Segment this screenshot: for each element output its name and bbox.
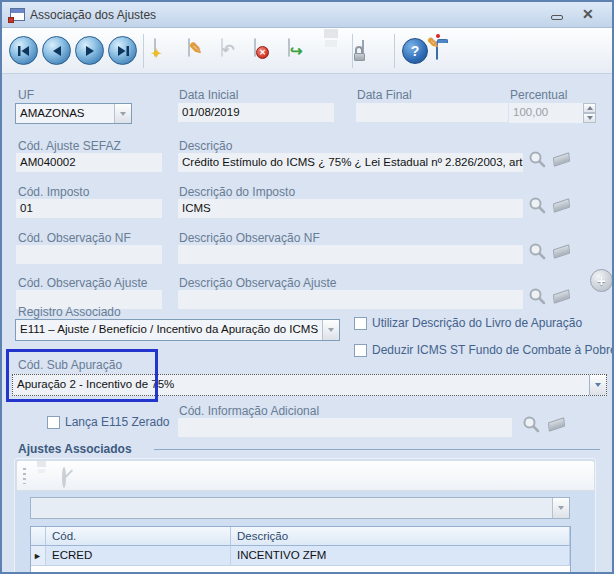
uf-dropdown-button[interactable] — [114, 104, 131, 123]
clear-informacao-adicional-button[interactable] — [548, 417, 565, 431]
undo-arrow-icon: ↶ — [222, 42, 235, 57]
confirm-document-icon: ↪ — [288, 38, 290, 57]
undo-document-icon: ↶ — [221, 38, 223, 57]
toolbar-grip[interactable] — [23, 468, 26, 484]
descricao-imposto-label: Descrição do Imposto — [179, 185, 295, 199]
cod-observacao-nf-field[interactable] — [16, 245, 162, 264]
nav-last-button[interactable] — [108, 36, 137, 65]
chevron-down-icon — [587, 116, 593, 120]
nav-next-button[interactable] — [75, 36, 104, 65]
search-imposto-button[interactable] — [528, 196, 547, 219]
help-button[interactable]: ? — [402, 38, 428, 64]
grid-toolbar — [16, 460, 595, 491]
data-final-field[interactable] — [356, 103, 508, 122]
first-record-icon — [17, 45, 31, 57]
cod-informacao-adicional-field[interactable] — [178, 418, 512, 437]
red-x-icon: ✕ — [256, 46, 269, 59]
data-inicial-field[interactable]: 01/08/2019 — [178, 103, 334, 122]
last-record-icon — [116, 45, 130, 57]
ajustes-associados-panel: Cód. Descrição ► ECRED INCENTIVO ZFM — [14, 458, 596, 574]
descricao-cell: INCENTIVO ZFM — [231, 546, 570, 566]
percentual-label: Percentual — [510, 88, 567, 102]
cod-observacao-nf-label: Cód. Observação NF — [18, 231, 131, 245]
minimize-button[interactable] — [551, 15, 563, 20]
descricao-imposto-field[interactable]: ICMS — [178, 199, 523, 218]
clear-imposto-button[interactable] — [553, 198, 570, 212]
deduzir-icms-st-checkbox[interactable] — [354, 344, 367, 357]
toolbar-separator — [394, 34, 395, 68]
descricao-observacao-ajuste-field[interactable] — [178, 290, 523, 309]
cod-cell: ECRED — [46, 546, 231, 566]
toolbar-separator — [352, 34, 353, 68]
folder-icon: ✎ — [436, 41, 438, 60]
add-observacao-button[interactable]: + — [590, 269, 613, 292]
grid-cancel-button[interactable] — [62, 467, 66, 488]
descricao-field[interactable]: Crédito Estímulo do ICMS ¿ 75% ¿ Lei Est… — [178, 153, 523, 172]
lanca-e115-checkbox[interactable] — [47, 416, 60, 429]
cod-imposto-label: Cód. Imposto — [18, 185, 89, 199]
table-header-row: Cód. Descrição — [31, 527, 570, 546]
help-icon: ? — [402, 38, 428, 64]
ajuste-select-value — [31, 498, 552, 518]
search-icon — [522, 415, 541, 434]
log-folder-button[interactable]: ✎ — [436, 42, 438, 60]
cod-sub-apuracao-dropdown-button[interactable] — [589, 375, 606, 395]
uf-select[interactable]: AMAZONAS — [15, 103, 132, 124]
plus-icon: + — [597, 272, 606, 289]
registro-associado-label: Registro Associado — [18, 305, 121, 319]
ajustes-table: Cód. Descrição ► ECRED INCENTIVO ZFM — [30, 526, 571, 574]
descricao-observacao-nf-label: Descrição Observação NF — [179, 231, 320, 245]
table-row[interactable]: ► ECRED INCENTIVO ZFM — [31, 546, 570, 566]
edit-record-button[interactable]: ✎ — [188, 39, 190, 57]
ajuste-select[interactable] — [30, 497, 570, 519]
utilizar-descricao-livro-label: Utilizar Descrição do Livro de Apuração — [372, 316, 582, 330]
descricao-observacao-nf-field[interactable] — [178, 245, 523, 264]
clear-observacao-nf-button[interactable] — [553, 244, 570, 258]
clear-observacao-ajuste-button[interactable] — [553, 289, 570, 303]
utilizar-descricao-livro-checkbox[interactable] — [354, 317, 367, 330]
chevron-up-icon — [587, 106, 593, 110]
previous-record-icon — [50, 45, 64, 57]
row-selector-icon: ► — [33, 551, 42, 561]
app-window: Associação dos Ajustes ✕ ✦ ✎ — [0, 0, 614, 574]
search-icon — [528, 287, 547, 306]
green-arrow-icon: ↪ — [290, 43, 303, 58]
delete-record-button[interactable]: ✕ — [254, 39, 256, 57]
descricao-column-header[interactable]: Descrição — [231, 527, 570, 546]
chevron-down-icon — [120, 112, 126, 116]
search-ajuste-button[interactable] — [528, 150, 547, 173]
confirm-button[interactable]: ↪ — [288, 39, 290, 57]
cod-ajuste-sefaz-label: Cód. Ajuste SEFAZ — [18, 139, 121, 153]
cod-sub-apuracao-select[interactable]: Apuração 2 - Incentivo de 75% — [12, 374, 607, 396]
cod-imposto-field[interactable]: 01 — [16, 199, 162, 218]
ajuste-select-dropdown-button[interactable] — [552, 498, 569, 518]
app-icon — [10, 8, 25, 21]
permissions-button[interactable] — [362, 41, 364, 59]
nav-first-button[interactable] — [9, 36, 38, 65]
search-informacao-adicional-button[interactable] — [522, 415, 541, 438]
cod-ajuste-sefaz-field[interactable]: AM040002 — [16, 153, 162, 172]
cod-sub-apuracao-value: Apuração 2 - Incentivo de 75% — [13, 375, 589, 395]
descricao-label: Descrição — [179, 139, 232, 153]
cod-observacao-ajuste-label: Cód. Observação Ajuste — [18, 276, 147, 290]
group-divider — [154, 449, 600, 450]
close-button[interactable]: ✕ — [582, 6, 594, 22]
search-icon — [528, 196, 547, 215]
new-record-button[interactable]: ✦ — [154, 39, 156, 57]
registro-associado-select[interactable]: E111 – Ajuste / Benefício / Incentivo da… — [15, 319, 340, 341]
clear-ajuste-button[interactable] — [553, 152, 570, 166]
search-observacao-ajuste-button[interactable] — [528, 287, 547, 310]
spinner-up-button[interactable] — [583, 103, 596, 113]
nav-previous-button[interactable] — [42, 36, 71, 65]
pencil-icon: ✎ — [427, 36, 439, 50]
percentual-field[interactable]: 100,00 — [509, 103, 583, 123]
cod-column-header[interactable]: Cód. — [46, 527, 231, 546]
search-observacao-nf-button[interactable] — [528, 242, 547, 265]
spinner-down-button[interactable] — [583, 113, 596, 123]
registro-associado-dropdown-button[interactable] — [322, 320, 339, 340]
chevron-down-icon — [558, 506, 564, 510]
cod-informacao-adicional-label: Cód. Informação Adicional — [179, 404, 319, 418]
red-dot-icon — [436, 34, 440, 38]
undo-button[interactable]: ↶ — [221, 39, 223, 57]
chevron-down-icon — [328, 328, 334, 332]
